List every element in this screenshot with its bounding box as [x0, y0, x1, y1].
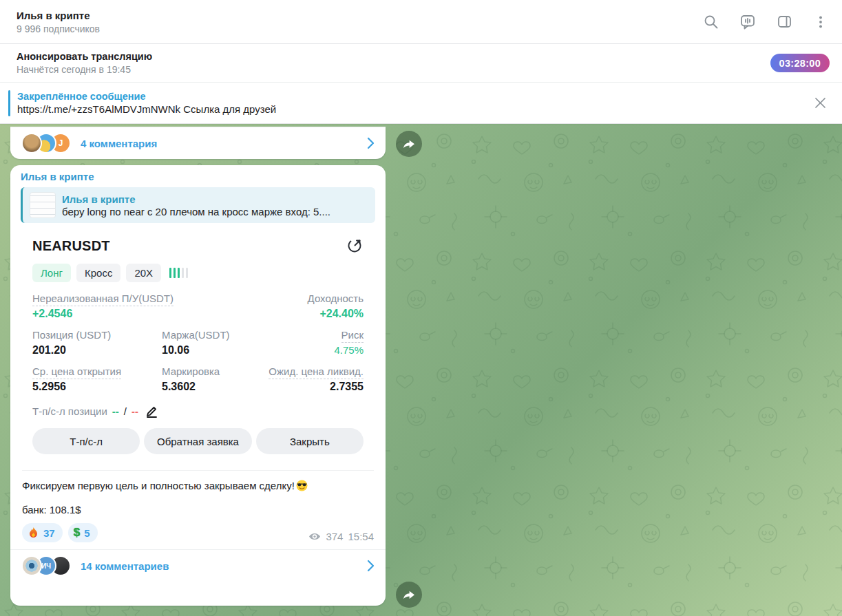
- stream-start-time: Начнётся сегодня в 19:45: [17, 64, 152, 75]
- pinned-accent-bar: [8, 90, 10, 116]
- reply-thumbnail: [30, 192, 56, 218]
- risk-bars: [169, 268, 188, 278]
- margin-label: Маржа(USDT): [162, 329, 266, 341]
- side-badge: Лонг: [32, 264, 71, 282]
- tpsl-button[interactable]: Т-п/с-л: [32, 428, 140, 454]
- pnl-label: Нереализованная П/У(USDT): [32, 293, 266, 304]
- chevron-right-icon: [367, 560, 375, 572]
- roi-label: Доходность: [266, 293, 364, 304]
- avatar: [21, 555, 42, 576]
- stream-announce-bar[interactable]: Анонсировать трансляцию Начнётся сегодня…: [0, 44, 842, 83]
- reaction-fire[interactable]: 37: [22, 523, 63, 542]
- tpsl-tp-value: --: [112, 405, 119, 417]
- previous-message-comments[interactable]: J 4 комментария: [10, 127, 386, 159]
- fire-icon: [28, 527, 39, 539]
- stream-title: Анонсировать трансляцию: [17, 51, 152, 62]
- position-actions: Т-п/с-л Обратная заявка Закрыть: [32, 428, 364, 454]
- liq-price-value: 2.7355: [266, 381, 364, 393]
- chevron-right-icon: [367, 137, 375, 149]
- comments-count-link[interactable]: 14 комментариев: [81, 560, 169, 572]
- margin-mode-badge: Кросс: [76, 264, 120, 282]
- reaction-dollar[interactable]: $ 5: [68, 523, 98, 542]
- leverage-badge: 20X: [126, 264, 161, 282]
- pinned-message-text: https://t.me/+zzsT6AlMDVJmNWNk Ссылка дл…: [17, 103, 276, 115]
- reply-preview[interactable]: Илья в крипте беру long по near с 20 пле…: [21, 187, 375, 223]
- share-position-icon[interactable]: [346, 237, 364, 255]
- margin-value: 10.06: [162, 344, 266, 357]
- tpsl-label: Т-п/с-л позиции: [32, 405, 107, 417]
- reactions-row: 37 $ 5 374 15:54: [21, 523, 375, 542]
- entry-price-value: 5.2956: [32, 381, 162, 393]
- telegram-window: Илья в крипте 9 996 подписчиков Анонсиро…: [0, 0, 842, 616]
- post-meta: 374 15:54: [308, 531, 374, 542]
- dollar-icon: $: [74, 526, 80, 540]
- commenter-avatars: ИЧ: [21, 555, 71, 576]
- kebab-menu-icon[interactable]: [812, 13, 830, 31]
- divider: [22, 470, 374, 471]
- risk-label: Риск: [266, 329, 364, 341]
- roi-value: +24.40%: [266, 308, 364, 320]
- position-card: NEARUSDT Лонг Кросс 20X: [21, 227, 375, 461]
- chat-area: J 4 комментария Илья в крипте Илья в кри…: [0, 124, 842, 616]
- forward-button[interactable]: [396, 131, 422, 157]
- comments-count-link[interactable]: 4 комментария: [81, 138, 157, 149]
- tpsl-separator: /: [124, 405, 127, 417]
- search-icon[interactable]: [702, 13, 720, 31]
- reverse-order-button[interactable]: Обратная заявка: [144, 428, 251, 454]
- commenter-avatars: J: [21, 133, 71, 153]
- reply-author: Илья в крипте: [62, 193, 330, 205]
- tpsl-row: Т-п/с-л позиции -- / --: [32, 405, 364, 418]
- position-label: Позиция (USDT): [32, 329, 162, 341]
- post-text-line2: банк: 108.1$: [21, 504, 375, 516]
- post-author[interactable]: Илья в крипте: [21, 171, 375, 182]
- entry-price-label: Ср. цена открытия: [32, 365, 162, 377]
- mark-price-value: 5.3602: [162, 381, 266, 393]
- trading-pair: NEARUSDT: [32, 238, 110, 254]
- channel-post: Илья в крипте Илья в крипте беру long по…: [10, 165, 386, 606]
- discussion-icon[interactable]: [739, 13, 757, 31]
- risk-value: 4.75%: [266, 344, 364, 357]
- sidebar-toggle-icon[interactable]: [775, 13, 793, 31]
- stream-countdown-badge[interactable]: 03:28:00: [770, 54, 830, 72]
- views-count: 374: [326, 531, 343, 542]
- liq-price-label: Ожид. цена ликвид.: [266, 365, 364, 377]
- channel-header: Илья в крипте 9 996 подписчиков: [0, 0, 842, 44]
- avatar: [21, 133, 42, 153]
- pinned-label: Закреплённое сообщение: [17, 91, 276, 102]
- edit-pencil-icon[interactable]: [145, 405, 158, 418]
- channel-title: Илья в крипте: [17, 10, 100, 21]
- close-icon[interactable]: [810, 94, 830, 113]
- views-icon: [308, 532, 321, 541]
- post-text: Фиксируем первую цель и полностью закрыв…: [21, 480, 375, 491]
- channel-subscribers: 9 996 подписчиков: [17, 23, 100, 34]
- forward-button[interactable]: [396, 582, 422, 608]
- reply-text: беру long по near с 20 плечом на кросс м…: [62, 206, 330, 217]
- post-comments-footer[interactable]: ИЧ 14 комментариев: [10, 549, 386, 581]
- mark-price-label: Маркировка: [162, 365, 266, 377]
- position-stats: Нереализованная П/У(USDT) Доходность +2.…: [32, 293, 364, 393]
- reaction-count: 5: [84, 527, 90, 539]
- close-position-button[interactable]: Закрыть: [256, 428, 364, 454]
- sunglasses-emoji: [296, 480, 308, 491]
- pinned-message-bar[interactable]: Закреплённое сообщение https://t.me/+zzs…: [0, 83, 842, 124]
- reaction-count: 37: [43, 527, 55, 539]
- tpsl-sl-value: --: [131, 405, 138, 417]
- post-time: 15:54: [348, 531, 374, 542]
- pnl-value: +2.4546: [32, 308, 266, 320]
- peer-info[interactable]: Илья в крипте 9 996 подписчиков: [17, 10, 100, 34]
- position-value: 201.20: [32, 344, 162, 357]
